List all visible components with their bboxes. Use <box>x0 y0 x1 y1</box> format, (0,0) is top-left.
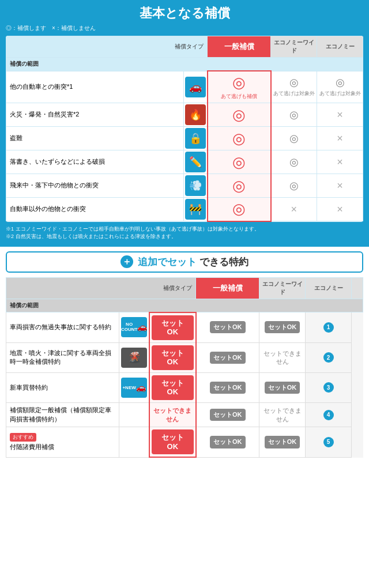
col-eco2-header: エコノミー <box>306 277 352 299</box>
row-range-label2: 補償の範囲 <box>6 299 363 312</box>
basic-row-label: 他の自動車との衝突*1 <box>6 71 184 103</box>
basic-row-label: 火災・爆発・自然災害*2 <box>6 103 184 127</box>
additional-row-label: おすすめ付随諸費用補償 <box>6 427 119 458</box>
osusume-badge: おすすめ <box>10 433 36 442</box>
basic-coverage-row: 火災・爆発・自然災害*2 🔥 ◎◎× <box>6 103 363 127</box>
set-ng-gray-label: セットできません <box>261 406 303 423</box>
section1-title: 基本となる補償 <box>6 5 363 22</box>
basic-row-label: 盗難 <box>6 127 184 150</box>
basic-row-label: 飛来中・落下中の他物との衝突 <box>6 174 184 198</box>
basic-general-cell: ◎ <box>208 103 271 127</box>
basic-general-cell: ◎あて逃げも補償 <box>208 71 271 103</box>
section2-additional-coverage: ＋ 追加でセット できる特約 補償タイプ 一般補償 エコノミーワイド エコノミー… <box>0 247 369 464</box>
plus-icon: ＋ <box>121 255 133 268</box>
set-ok-gray-label: セットOK <box>210 382 246 394</box>
section1-legend: ◎：補償します ×：補償しません <box>6 24 363 32</box>
basic-coverage-table-wrapper: 補償タイプ 一般補償 エコノミーワイド エコノミー 補償の範囲 他の自動車との衝… <box>6 36 363 222</box>
basic-row-icon: 🔒 <box>183 127 208 150</box>
num-circle: 5 <box>323 437 334 447</box>
additional-row-label: 補償額限定一般補償（補償額限定車両損害補償特約） <box>6 403 119 427</box>
basic-row-icon: 🚧 <box>183 198 208 221</box>
basic-eco-cell: × <box>317 103 363 127</box>
section2-header: ＋ 追加でセット できる特約 <box>6 251 363 273</box>
basic-eco-cell: × <box>317 198 363 221</box>
additional-row-label: 車両損害の無過失事故に関する特約 <box>6 312 119 343</box>
additional-general-cell: セットOK <box>149 342 195 372</box>
num-circle: 3 <box>323 382 334 393</box>
additional-eco-cell: セットOK <box>259 372 306 402</box>
basic-general-cell: ◎ <box>208 174 271 198</box>
num-circle: 1 <box>323 322 334 333</box>
basic-row-icon: 🚗 <box>183 71 208 103</box>
col-type2-header: 補償タイプ <box>6 277 196 299</box>
basic-general-cell: ◎ <box>208 198 271 221</box>
set-ok-gray-label: セットOK <box>265 436 300 448</box>
additional-eco-cell: セットOK <box>259 427 306 458</box>
col-type-header: 補償タイプ <box>6 36 208 58</box>
set-ok-label: セットOK <box>152 429 193 454</box>
set-ok-gray-label: セットOK <box>265 321 300 333</box>
basic-row-icon: 💨 <box>183 174 208 198</box>
set-ok-gray-label: セットOK <box>265 382 300 394</box>
basic-row-label: 落書き、いたずらなどによる破損 <box>6 150 184 174</box>
set-ok-label: セットOK <box>152 345 193 370</box>
basic-eco-cell: × <box>317 127 363 150</box>
basic-coverage-row: 落書き、いたずらなどによる破損 ✏️ ◎◎× <box>6 150 363 174</box>
col-eco-wide2-header: エコノミーワイド <box>259 277 306 299</box>
additional-row-icon: +NEW🚗 <box>119 372 150 402</box>
additional-general-cell: セットOK <box>149 372 195 402</box>
set-ng-gray-label: セットできません <box>261 349 303 366</box>
additional-eco-cell: セットOK <box>259 312 306 343</box>
section2-title: 追加でセット できる特約 <box>138 255 248 269</box>
additional-row-label: 地震・噴火・津波に関する車両全損時一時金補償特約 <box>6 342 119 372</box>
basic-eco-wide-cell: ◎ <box>271 103 317 127</box>
basic-row-icon: ✏️ <box>183 150 208 174</box>
set-ng-label: セットできません <box>152 406 193 423</box>
additional-general-cell: セットできません <box>149 403 195 427</box>
col-general-header: 一般補償 <box>208 36 271 58</box>
col-eco-wide-header: エコノミーワイド <box>271 36 317 58</box>
row-number: 4 <box>306 403 352 427</box>
basic-eco-wide-cell: ◎ <box>271 127 317 150</box>
basic-general-cell: ◎ <box>208 150 271 174</box>
basic-eco-cell: ◎あて逃げは対象外 <box>317 71 363 103</box>
additional-row-icon: NOCOUNT🚗 <box>119 312 150 343</box>
col-eco-header: エコノミー <box>317 36 363 58</box>
row-number: 3 <box>306 372 352 402</box>
basic-eco-cell: × <box>317 174 363 198</box>
basic-eco-wide-cell: ◎ <box>271 174 317 198</box>
basic-coverage-table: 補償タイプ 一般補償 エコノミーワイド エコノミー 補償の範囲 他の自動車との衝… <box>6 36 363 222</box>
additional-eco-wide-cell: セットOK <box>196 342 259 372</box>
set-ok-gray-label: セットOK <box>210 321 246 333</box>
basic-coverage-row: 飛来中・落下中の他物との衝突 💨 ◎◎× <box>6 174 363 198</box>
set-ok-label: セットOK <box>152 375 193 400</box>
footnotes: ※1 エコノミーワイド・エコノミーでは相手自動車が判明しない事故（あて逃げ事故）… <box>6 225 363 241</box>
additional-coverage-row: 補償額限定一般補償（補償額限定車両損害補償特約）セットできませんセットOKセット… <box>6 403 363 427</box>
additional-coverage-row: おすすめ付随諸費用補償セットOKセットOKセットOK5 <box>6 427 363 458</box>
additional-coverage-table: 補償タイプ 一般補償 エコノミーワイド エコノミー 補償の範囲 車両損害の無過失… <box>6 277 363 458</box>
additional-eco-cell: セットできません <box>259 403 306 427</box>
additional-eco-cell: セットできません <box>259 342 306 372</box>
additional-coverage-table-wrapper: 補償タイプ 一般補償 エコノミーワイド エコノミー 補償の範囲 車両損害の無過失… <box>6 277 363 458</box>
basic-eco-wide-cell: ◎あて逃げは対象外 <box>271 71 317 103</box>
num-circle: 4 <box>323 410 334 420</box>
footnote1: ※1 エコノミーワイド・エコノミーでは相手自動車が判明しない事故（あて逃げ事故）… <box>6 225 363 233</box>
basic-coverage-row: 盗難 🔒 ◎◎× <box>6 127 363 150</box>
basic-eco-cell: × <box>317 150 363 174</box>
num-circle: 2 <box>323 352 334 363</box>
additional-general-cell: セットOK <box>149 312 195 343</box>
additional-coverage-row: 車両損害の無過失事故に関する特約NOCOUNT🚗セットOKセットOKセットOK1 <box>6 312 363 343</box>
col-general2-header: 一般補償 <box>196 277 259 299</box>
set-ok-gray-label: セットOK <box>210 436 246 448</box>
basic-eco-wide-cell: × <box>271 198 317 221</box>
additional-eco-wide-cell: セットOK <box>196 372 259 402</box>
additional-row-icon: 🌋 <box>119 342 150 372</box>
basic-coverage-row: 自動車以外の他物との衝突 🚧 ◎×× <box>6 198 363 221</box>
basic-coverage-row: 他の自動車との衝突*1 🚗 ◎あて逃げも補償◎あて逃げは対象外◎あて逃げは対象外 <box>6 71 363 103</box>
row-range-label: 補償の範囲 <box>6 58 363 71</box>
additional-coverage-row: 新車買替特約+NEW🚗セットOKセットOKセットOK3 <box>6 372 363 402</box>
additional-eco-wide-cell: セットOK <box>196 403 259 427</box>
set-ok-gray-label: セットOK <box>210 352 246 364</box>
set-ok-gray-label: セットOK <box>210 409 246 421</box>
additional-eco-wide-cell: セットOK <box>196 312 259 343</box>
